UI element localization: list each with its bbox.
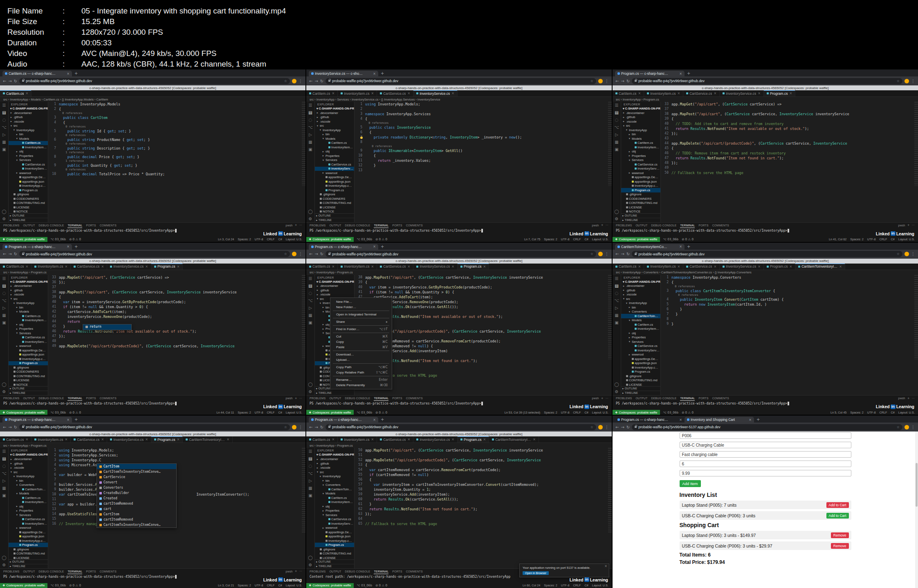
new-tab-button[interactable]: + (687, 71, 690, 76)
menu-icon[interactable]: ☰ (615, 103, 619, 107)
editor-tab[interactable]: Program.cs× (458, 436, 489, 443)
bookmark-star-icon[interactable]: ☆ (284, 252, 287, 256)
profile-avatar[interactable] (905, 252, 909, 256)
profile-avatar[interactable] (598, 79, 603, 83)
forward-icon[interactable]: → (621, 425, 624, 429)
explorer-icon[interactable]: ▤ (308, 284, 312, 288)
tab-close-icon[interactable]: × (533, 438, 536, 441)
file-tree-item[interactable]: ▾Models (621, 136, 660, 141)
file-tree-item[interactable]: ▾InventoryApp (315, 474, 354, 478)
status-right-item[interactable]: C# (585, 584, 588, 587)
suggestion-item[interactable]: CartItemToInventoryItemConve… (97, 522, 176, 528)
file-tree-item[interactable]: CODEOWNERS (621, 197, 660, 201)
panel-tab-problems[interactable]: PROBLEMS (616, 397, 632, 400)
file-tree-item[interactable]: CartItemToInventoryItemConverter.cs (621, 314, 660, 318)
tab-close-icon[interactable]: × (177, 265, 180, 268)
profile-avatar[interactable] (598, 252, 603, 256)
panel-tab-terminal[interactable]: TERMINAL (67, 569, 82, 574)
file-tree-item[interactable]: InventoryItem.cs (621, 145, 660, 150)
status-right-item[interactable]: CRLF (879, 237, 887, 241)
panel-plus-icon[interactable]: + (907, 397, 910, 400)
file-tree-item[interactable]: ▸.github (315, 461, 354, 466)
extensions-icon[interactable]: ▦ (308, 313, 312, 317)
status-right-item[interactable]: UTF-8 (255, 411, 263, 414)
bookmark-star-icon[interactable]: ☆ (590, 425, 593, 429)
file-tree-item[interactable]: LICENSE (315, 556, 354, 559)
address-bar[interactable]: probable-waffle-p4q7jvv96r9wer.github.de… (19, 424, 290, 430)
file-tree-item[interactable]: CartService.cs (315, 162, 354, 167)
menu-icon[interactable]: ☰ (2, 276, 6, 281)
file-tree-item[interactable]: InventoryService.cs (9, 340, 48, 344)
browser-menu-icon[interactable]: ⋮ (299, 79, 303, 83)
lightbulb-icon[interactable] (360, 136, 363, 139)
address-bar[interactable]: probable-waffle-p4q7jvv96r9wer.github.de… (632, 251, 902, 257)
context-menu-item[interactable]: New File… (330, 299, 392, 304)
reload-icon[interactable]: ↻ (14, 425, 17, 429)
file-tree-item[interactable]: ▸.vscode (621, 293, 660, 297)
context-menu-item[interactable]: Cut⌘X (330, 334, 392, 339)
extensions-icon[interactable]: ▦ (308, 140, 312, 144)
terminal-output[interactable]: PS /workspaces/c-sharp-hands-on-practice… (0, 228, 305, 237)
problems-indicator[interactable]: ⊘ 0 ⚠ 0 (69, 411, 81, 414)
panel-tab-problems[interactable]: PROBLEMS (310, 397, 325, 400)
editor-tab[interactable]: InventoryItem.cs× (31, 264, 71, 270)
file-tree-item[interactable]: ▸.devcontainer (315, 284, 354, 288)
remote-explorer-icon[interactable]: ▣ (2, 147, 6, 152)
file-tree-item[interactable]: CONTRIBUTING.md (315, 201, 354, 206)
editor-tab[interactable]: InventoryItem.cs× (644, 90, 683, 96)
file-tree-item[interactable]: ▸.github (315, 288, 354, 293)
remove-button[interactable]: Remove (831, 543, 849, 549)
status-right-item[interactable]: CRLF (573, 411, 581, 414)
panel-tab-comments[interactable]: COMMENTS (406, 397, 423, 400)
file-tree-item[interactable]: ▸Properties (9, 154, 48, 158)
panel-tab-ports[interactable]: PORTS (698, 224, 708, 227)
source-control-icon[interactable]: ⌥ (2, 125, 7, 130)
file-tree-item[interactable]: appsettings.Develo… (315, 530, 354, 534)
terminal-shell-label[interactable]: pwsh (286, 397, 293, 400)
code-editor[interactable]: 33app.MapGet("/api/cart", (CartService c… (48, 275, 305, 396)
file-tree-item[interactable]: ▸.vscode (315, 465, 354, 470)
file-tree-item[interactable]: InventoryService.cs (9, 167, 48, 171)
file-tree-item[interactable]: ▾src (9, 124, 48, 128)
file-tree-item[interactable]: ▸obj (621, 331, 660, 335)
file-tree-item[interactable]: ▸bin (9, 305, 48, 310)
file-tree-item[interactable]: ▸bin (9, 132, 48, 137)
profile-avatar[interactable] (905, 425, 909, 429)
remote-explorer-icon[interactable]: ▣ (308, 320, 312, 325)
panel-tab-problems[interactable]: PROBLEMS (616, 224, 632, 227)
source-control-icon[interactable]: ⌥ (308, 125, 313, 130)
file-tree-item[interactable]: ▾Services (621, 340, 660, 344)
file-tree-item[interactable]: appsettings.Develo… (315, 175, 354, 180)
tab-close-icon[interactable]: × (177, 438, 180, 441)
suggestion-item[interactable]: cart (97, 506, 176, 512)
sidebar-section-timeline[interactable]: ▸ TIMELINE (9, 391, 48, 395)
git-branch-indicator[interactable]: ⌥ 03_06b (663, 411, 679, 414)
run-debug-icon[interactable]: ▷ (309, 132, 312, 137)
editor-tab[interactable]: CartItemToInventoryItemConverter.cs× (183, 436, 233, 443)
editor-tab[interactable]: CartService.cs× (377, 90, 413, 96)
panel-tab-comments[interactable]: COMMENTS (712, 397, 729, 400)
problems-indicator[interactable]: ⊘ 0 ⚠ 0 (375, 584, 387, 587)
scrollbar-thumb[interactable] (916, 463, 918, 507)
file-tree-item[interactable]: ▸bin (315, 478, 354, 483)
panel-tab-ports[interactable]: PORTS (392, 570, 402, 573)
status-right-item[interactable]: Spaces: 2 (238, 411, 251, 414)
editor-tab[interactable]: Program.cs× (764, 264, 795, 270)
context-menu-item[interactable]: Delete Permanently⌘⌫ (330, 382, 392, 388)
tab-close-icon[interactable]: × (25, 92, 28, 95)
editor-tab[interactable]: InventoryService.cs× (413, 436, 458, 443)
address-bar[interactable]: probable-waffle-p4q7jvv96r9wer.github.de… (325, 424, 596, 430)
explorer-icon[interactable]: ▤ (308, 456, 312, 461)
file-tree-item[interactable]: ▸wwwroot (315, 525, 354, 530)
file-tree-item[interactable]: NOTICE (621, 210, 660, 213)
file-tree-item[interactable]: CartService.cs (621, 162, 660, 167)
file-tree-item[interactable]: InventoryApp.csproj (9, 357, 48, 361)
file-tree-item[interactable]: ▾Services (621, 158, 660, 163)
file-tree-item[interactable]: CartItem.cs (315, 141, 354, 145)
workspace-folder-name[interactable]: ▾ C-SHARP-HANDS-ON-PR... (315, 452, 354, 457)
status-right-item[interactable]: UTF-8 (255, 584, 263, 587)
panel-plus-icon[interactable]: + (601, 397, 604, 400)
account-icon[interactable]: ◯ (2, 209, 6, 214)
remote-explorer-icon[interactable]: ▣ (308, 493, 312, 498)
account-icon[interactable]: ◯ (2, 555, 6, 560)
